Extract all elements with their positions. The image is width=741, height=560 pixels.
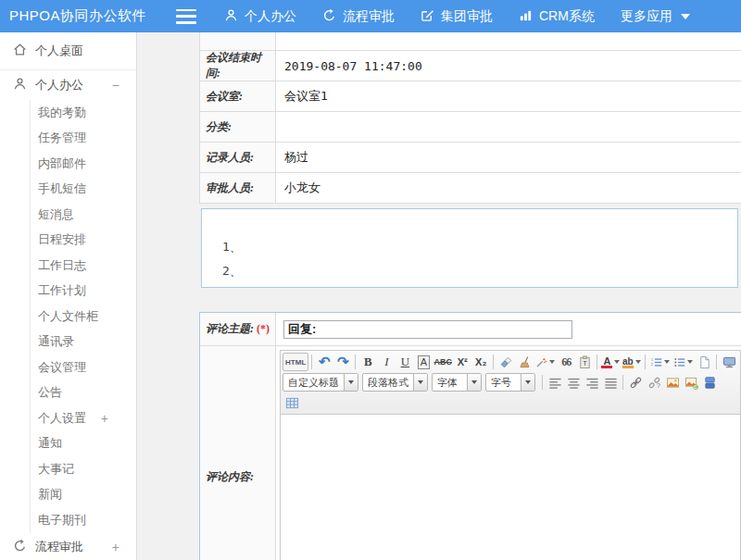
person-icon — [224, 8, 238, 25]
underline-button[interactable]: U — [396, 353, 414, 371]
nav-label: CRM系统 — [539, 8, 595, 25]
font-family-select[interactable]: 字体 — [432, 373, 482, 392]
chevron-down-icon — [344, 374, 358, 391]
nav-personal-office[interactable]: 个人办公 — [224, 8, 296, 25]
blockquote-button[interactable]: 66 — [557, 353, 575, 371]
sidebar-item-schedule[interactable]: 日程安排 — [31, 228, 136, 254]
sidebar-item-label: 个人办公 — [35, 77, 83, 93]
content-area: 会议结束时间: 2019-08-07 11:47:00 会议室: 会议室1 分类… — [137, 32, 741, 560]
form-row-category: 分类: — [200, 112, 741, 143]
sidebar-item-major-events[interactable]: 大事记 — [31, 456, 136, 482]
svg-text:?: ? — [656, 381, 659, 390]
link-icon[interactable] — [626, 373, 645, 392]
sidebar-group-workflow-approval[interactable]: 流程审批 + — [0, 533, 136, 560]
bold-button[interactable]: B — [358, 353, 377, 371]
toolbar-separator — [645, 355, 646, 369]
sidebar: 个人桌面 个人办公 − 我的考勤 任务管理 内部邮件 手机短信 短消息 日程安排… — [0, 32, 137, 560]
custom-title-select[interactable]: 自定义标题 — [283, 373, 358, 392]
required-mark: (*) — [257, 322, 270, 336]
meeting-detail-table: 会议结束时间: 2019-08-07 11:47:00 会议室: 会议室1 分类… — [199, 32, 741, 204]
person-icon — [13, 77, 27, 93]
sidebar-item-personal-settings[interactable]: 个人设置+ — [31, 405, 136, 431]
paste-icon[interactable]: T — [575, 353, 594, 371]
nav-workflow-approval[interactable]: 流程审批 — [322, 8, 395, 25]
sidebar-item-news[interactable]: 新闻 — [31, 482, 136, 508]
sidebar-item-mobile-sms[interactable]: 手机短信 — [31, 177, 136, 203]
top-navigation: 个人办公 流程审批 集团审批 CRM系统 更多应用 — [224, 8, 690, 25]
expand-plus-icon[interactable]: + — [101, 411, 108, 426]
italic-button[interactable]: I — [377, 353, 396, 371]
font-color-button[interactable]: A — [600, 353, 621, 371]
nav-label: 更多应用 — [621, 8, 672, 25]
chevron-down-icon — [687, 360, 693, 364]
minutes-line: 1、 — [222, 235, 737, 259]
sidebar-item-internal-mail[interactable]: 内部邮件 — [31, 151, 136, 177]
comment-subject-input[interactable] — [283, 320, 572, 339]
editor-toolbar: HTML ↶ ↷ B I U A ABC X² — [281, 351, 740, 415]
chevron-down-icon — [614, 360, 620, 364]
insert-table-icon[interactable] — [283, 393, 301, 412]
toolbar-separator — [493, 355, 494, 369]
unordered-list-icon[interactable] — [672, 353, 695, 371]
sidebar-item-notifications[interactable]: 通知 — [31, 431, 136, 457]
clear-format-broom-icon[interactable] — [515, 353, 534, 371]
expand-plus-icon[interactable]: + — [112, 540, 119, 554]
align-left-icon[interactable] — [546, 373, 564, 392]
field-label: 分类: — [200, 112, 276, 142]
sidebar-item-label: 流程审批 — [35, 539, 83, 555]
preview-monitor-icon[interactable] — [720, 353, 738, 371]
sidebar-item-short-message[interactable]: 短消息 — [31, 202, 136, 228]
ordered-list-icon[interactable]: 12 — [648, 353, 672, 371]
menu-toggle-button[interactable] — [176, 9, 196, 24]
highlight-color-button[interactable]: ab — [622, 353, 642, 371]
sidebar-item-announcement[interactable]: 公告 — [31, 380, 136, 406]
strikethrough-button[interactable]: ABC — [433, 353, 453, 371]
unlink-icon[interactable]: ? — [645, 373, 663, 392]
meeting-minutes-box: 1、 2、 — [201, 208, 738, 288]
field-label: 审批人员: — [200, 173, 276, 203]
char-border-button[interactable]: A — [414, 353, 433, 371]
sidebar-item-my-attendance[interactable]: 我的考勤 — [31, 100, 136, 126]
align-center-icon[interactable] — [564, 373, 583, 392]
subscript-button[interactable]: X₂ — [471, 353, 490, 371]
new-page-icon[interactable] — [695, 353, 713, 371]
toolbar-separator — [622, 375, 623, 390]
nav-group-approval[interactable]: 集团审批 — [421, 8, 493, 25]
sidebar-item-desktop[interactable]: 个人桌面 — [0, 32, 136, 69]
snapshot-image-icon[interactable] — [682, 373, 700, 392]
insert-image-icon[interactable] — [663, 373, 682, 392]
app-window: PHPOA协同办公软件 个人办公 流程审批 集团审批 — [0, 0, 741, 560]
form-row-partial — [200, 32, 741, 51]
undo-button[interactable]: ↶ — [315, 353, 333, 371]
sidebar-item-work-plan[interactable]: 工作计划 — [31, 279, 136, 305]
paragraph-format-select[interactable]: 段落格式 — [362, 373, 428, 392]
toolbar-separator — [542, 375, 543, 390]
nav-more-apps[interactable]: 更多应用 — [621, 8, 690, 25]
field-value: 杨过 — [276, 143, 741, 172]
sidebar-item-meeting-management[interactable]: 会议管理 — [31, 355, 136, 380]
insert-media-icon[interactable] — [700, 373, 719, 392]
editor-content-area[interactable] — [281, 415, 740, 560]
superscript-button[interactable]: X² — [453, 353, 471, 371]
nav-label: 集团审批 — [441, 8, 493, 25]
redo-button[interactable]: ↷ — [333, 353, 352, 371]
field-value: 会议室1 — [276, 81, 741, 111]
collapse-minus-icon[interactable]: − — [112, 78, 119, 93]
font-size-select[interactable]: 字号 — [485, 373, 535, 392]
align-right-icon[interactable] — [583, 373, 601, 392]
sidebar-item-task-management[interactable]: 任务管理 — [31, 126, 136, 152]
sidebar-item-e-journal[interactable]: 电子期刊 — [31, 507, 136, 533]
sidebar-item-contacts[interactable]: 通讯录 — [31, 330, 136, 355]
sidebar-item-work-log[interactable]: 工作日志 — [31, 253, 136, 279]
chevron-down-icon — [521, 374, 534, 391]
sidebar-group-personal-office[interactable]: 个人办公 − — [0, 70, 136, 100]
align-justify-icon[interactable] — [601, 373, 620, 392]
autotypeset-wand-icon[interactable] — [534, 353, 557, 371]
nav-crm-system[interactable]: CRM系统 — [519, 8, 595, 25]
sidebar-item-personal-files[interactable]: 个人文件柜 — [31, 304, 136, 330]
workflow-cycle-icon — [13, 539, 27, 555]
rich-text-editor: HTML ↶ ↷ B I U A ABC X² — [280, 350, 741, 560]
eraser-icon[interactable] — [496, 353, 515, 371]
form-row-meeting-room: 会议室: 会议室1 — [200, 81, 741, 112]
html-source-button[interactable]: HTML — [283, 353, 308, 371]
